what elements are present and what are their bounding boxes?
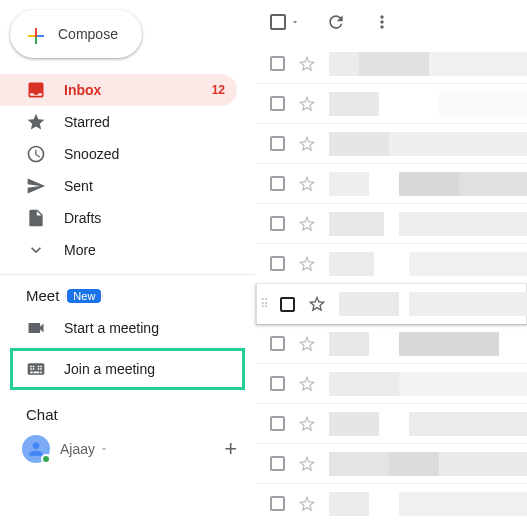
- mail-preview: [329, 332, 527, 356]
- mail-preview: [329, 412, 527, 436]
- row-checkbox[interactable]: [280, 297, 295, 312]
- star-icon[interactable]: [297, 254, 317, 274]
- keyboard-icon: [26, 359, 46, 379]
- compose-label: Compose: [58, 26, 118, 42]
- mail-row[interactable]: [256, 124, 527, 164]
- mail-row[interactable]: [256, 404, 527, 444]
- nav-sent[interactable]: Sent: [0, 170, 237, 202]
- videocam-icon: [26, 318, 46, 338]
- mail-row[interactable]: [256, 164, 527, 204]
- nav-label: Inbox: [64, 82, 212, 98]
- star-icon[interactable]: [297, 134, 317, 154]
- nav-starred[interactable]: Starred: [0, 106, 237, 138]
- svg-rect-4: [35, 35, 37, 37]
- mail-preview: [339, 292, 527, 316]
- star-icon[interactable]: [297, 54, 317, 74]
- new-badge: New: [67, 289, 101, 303]
- divider: [0, 274, 255, 275]
- row-checkbox[interactable]: [270, 376, 285, 391]
- star-icon[interactable]: [297, 214, 317, 234]
- plus-icon: [24, 24, 44, 44]
- nav-snoozed[interactable]: Snoozed: [0, 138, 237, 170]
- star-icon[interactable]: [297, 374, 317, 394]
- mail-row[interactable]: [256, 204, 527, 244]
- svg-rect-3: [28, 35, 35, 37]
- join-meeting[interactable]: Join a meeting: [13, 351, 242, 387]
- nav-drafts[interactable]: Drafts: [0, 202, 237, 234]
- chevron-down-icon: [26, 240, 46, 260]
- star-icon[interactable]: [297, 454, 317, 474]
- row-checkbox[interactable]: [270, 456, 285, 471]
- file-icon: [26, 208, 46, 228]
- row-checkbox[interactable]: [270, 216, 285, 231]
- row-checkbox[interactable]: [270, 496, 285, 511]
- toolbar: [256, 0, 527, 44]
- meet-item-label: Join a meeting: [64, 361, 155, 377]
- star-icon: [26, 112, 46, 132]
- send-icon: [26, 176, 46, 196]
- mail-row[interactable]: [256, 364, 527, 404]
- mail-preview: [329, 452, 527, 476]
- chat-username: Ajaay: [60, 441, 224, 457]
- mail-preview: [329, 252, 527, 276]
- chat-user-row[interactable]: Ajaay +: [0, 431, 255, 467]
- start-meeting[interactable]: Start a meeting: [0, 310, 255, 346]
- mail-row[interactable]: [256, 244, 527, 284]
- mail-row[interactable]: [256, 84, 527, 124]
- star-icon[interactable]: [297, 94, 317, 114]
- mail-row[interactable]: ⠿: [256, 284, 527, 324]
- mail-row[interactable]: [256, 44, 527, 84]
- svg-rect-1: [37, 35, 44, 37]
- row-checkbox[interactable]: [270, 336, 285, 351]
- mail-preview: [329, 212, 527, 236]
- refresh-button[interactable]: [326, 12, 346, 32]
- star-icon[interactable]: [297, 334, 317, 354]
- row-checkbox[interactable]: [270, 136, 285, 151]
- drag-handle-icon[interactable]: ⠿: [260, 297, 268, 311]
- mail-preview: [329, 132, 527, 156]
- row-checkbox[interactable]: [270, 416, 285, 431]
- row-checkbox[interactable]: [270, 56, 285, 71]
- nav-list: Inbox 12 Starred Snoozed Sent Drafts Mor…: [0, 74, 255, 266]
- select-all[interactable]: [270, 14, 300, 30]
- mail-preview: [329, 52, 527, 76]
- meet-item-label: Start a meeting: [64, 320, 159, 336]
- nav-inbox[interactable]: Inbox 12: [0, 74, 237, 106]
- nav-count: 12: [212, 83, 225, 97]
- add-chat-button[interactable]: +: [224, 436, 237, 462]
- meet-title: Meet: [26, 287, 59, 304]
- compose-button[interactable]: Compose: [10, 10, 142, 58]
- inbox-icon: [26, 80, 46, 100]
- join-meeting-highlight: Join a meeting: [10, 348, 245, 390]
- mail-preview: [329, 492, 527, 516]
- clock-icon: [26, 144, 46, 164]
- mail-list: ⠿: [256, 44, 527, 521]
- nav-label: Snoozed: [64, 146, 225, 162]
- meet-header: Meet New: [0, 287, 255, 310]
- checkbox-icon: [270, 14, 286, 30]
- avatar: [22, 435, 50, 463]
- svg-rect-0: [35, 28, 37, 35]
- star-icon[interactable]: [297, 174, 317, 194]
- star-icon[interactable]: [297, 414, 317, 434]
- more-button[interactable]: [372, 12, 392, 32]
- mail-row[interactable]: [256, 484, 527, 521]
- nav-label: More: [64, 242, 225, 258]
- star-icon[interactable]: [307, 294, 327, 314]
- star-icon[interactable]: [297, 494, 317, 514]
- caret-down-icon: [290, 17, 300, 27]
- mail-row[interactable]: [256, 324, 527, 364]
- row-checkbox[interactable]: [270, 176, 285, 191]
- presence-indicator: [41, 454, 51, 464]
- nav-label: Starred: [64, 114, 225, 130]
- sidebar: Compose Inbox 12 Starred Snoozed Sent Dr…: [0, 0, 256, 521]
- row-checkbox[interactable]: [270, 256, 285, 271]
- row-checkbox[interactable]: [270, 96, 285, 111]
- mail-preview: [329, 172, 527, 196]
- mail-preview: [329, 372, 527, 396]
- nav-more[interactable]: More: [0, 234, 237, 266]
- chat-header: Chat: [0, 392, 255, 431]
- mail-preview: [329, 92, 527, 116]
- mail-row[interactable]: [256, 444, 527, 484]
- main-panel: ⠿: [256, 0, 527, 521]
